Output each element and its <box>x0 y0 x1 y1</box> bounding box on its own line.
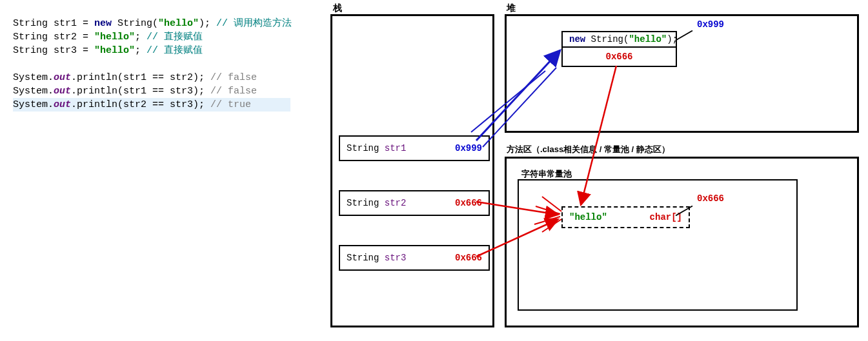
stack-row-str1-addr: 0x999 <box>455 143 482 153</box>
string-pool-region <box>518 179 798 311</box>
heap-object-addr: 0x999 <box>697 19 724 30</box>
code-line-4: System.out.println(str1 == str2); // fal… <box>13 72 257 83</box>
stack-row-str3-addr: 0x666 <box>455 253 482 263</box>
pool-entry-addr: 0x666 <box>697 193 724 204</box>
heap-object-header: new String("hello"); <box>563 32 676 48</box>
heap-object: new String("hello"); 0x666 <box>561 31 677 67</box>
stack-row-str1: String str1 0x999 <box>339 135 490 161</box>
stack-row-str2-text: String str2 <box>347 198 406 208</box>
code-line-2: String str2 = "hello"; // 直接赋值 <box>13 32 203 43</box>
label-method-area: 方法区（.class相关信息 / 常量池 / 静态区） <box>507 144 670 155</box>
label-heap: 堆 <box>507 3 516 14</box>
stack-row-str1-text: String str1 <box>347 143 406 153</box>
code-line-1: String str1 = new String("hello"); // 调用… <box>13 18 292 29</box>
label-stack: 栈 <box>333 3 342 14</box>
stack-row-str2: String str2 0x666 <box>339 190 490 216</box>
pool-entry-value: "hello" <box>569 212 607 222</box>
code-line-6: System.out.println(str2 == str3); // tru… <box>13 98 290 112</box>
code-line-5: System.out.println(str1 == str3); // fal… <box>13 86 257 97</box>
heap-region <box>505 14 859 133</box>
code-block: String str1 = new String("hello"); // 调用… <box>13 3 292 125</box>
stack-row-str3: String str3 0x666 <box>339 245 490 271</box>
pool-entry: "hello" char[] <box>561 206 690 228</box>
stack-row-str3-text: String str3 <box>347 253 406 263</box>
label-string-pool: 字符串常量池 <box>521 168 572 180</box>
page: String str1 = new String("hello"); // 调用… <box>0 0 868 341</box>
heap-object-field: 0x666 <box>563 48 676 66</box>
stack-region <box>330 14 494 327</box>
stack-row-str2-addr: 0x666 <box>455 198 482 208</box>
code-line-3: String str3 = "hello"; // 直接赋值 <box>13 45 203 56</box>
